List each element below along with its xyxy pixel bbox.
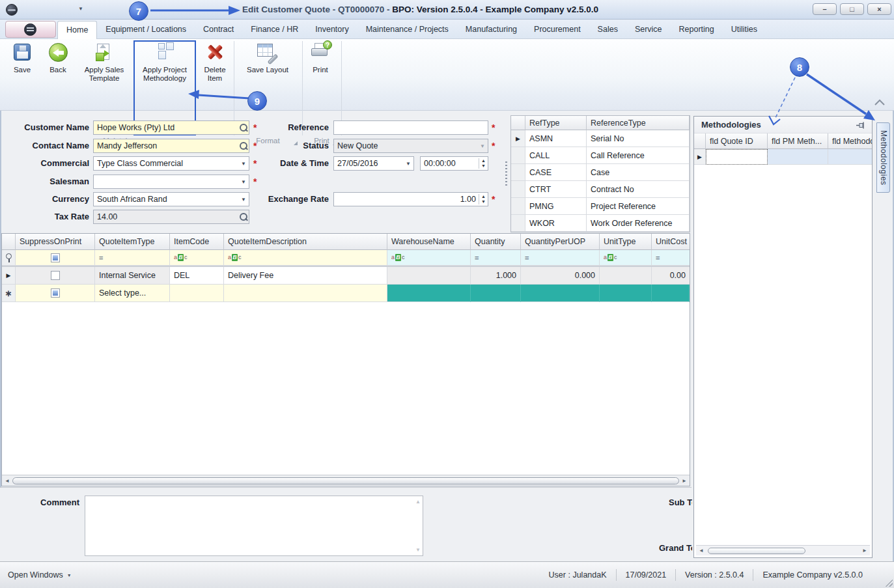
print-button[interactable]: ? Print bbox=[303, 42, 337, 74]
filter-unittype-cell[interactable]: aBc bbox=[600, 250, 652, 266]
search-icon[interactable] bbox=[238, 122, 249, 133]
contact-name-field[interactable]: Mandy Jefferson bbox=[93, 139, 249, 153]
close-button[interactable]: × bbox=[867, 3, 891, 15]
tab-service[interactable]: Service bbox=[626, 21, 671, 39]
tab-manufacturing[interactable]: Manufacturing bbox=[457, 21, 525, 39]
table-row[interactable]: CTRT Contract No bbox=[511, 181, 690, 198]
checkbox-filled[interactable] bbox=[51, 288, 60, 298]
methodologies-panel-header[interactable]: Methodologies bbox=[694, 117, 872, 133]
checkbox-empty[interactable] bbox=[51, 271, 60, 280]
col-header-quantity[interactable]: Quantity bbox=[471, 234, 521, 250]
filter-code-cell[interactable]: aBc bbox=[170, 250, 224, 266]
tab-utilities[interactable]: Utilities bbox=[723, 21, 766, 39]
ref-cell[interactable]: Work Order Reference bbox=[587, 215, 690, 232]
col-header-quantityperuop[interactable]: QuantityPerUOP bbox=[521, 234, 600, 250]
col-header-itemcode[interactable]: ItemCode bbox=[170, 234, 224, 250]
chevron-down-icon[interactable]: ▼ bbox=[238, 161, 249, 167]
item-desc-cell[interactable]: Delivery Fee bbox=[224, 267, 387, 285]
ref-cell[interactable]: WKOR bbox=[525, 215, 587, 232]
scroll-right-icon[interactable]: ► bbox=[859, 548, 870, 553]
meth-cell[interactable] bbox=[768, 149, 828, 165]
spin-down-icon[interactable]: ▼ bbox=[481, 163, 486, 169]
col-header-quoteitemtype[interactable]: QuoteItemType bbox=[95, 234, 170, 250]
filter-type-cell[interactable]: = bbox=[95, 250, 170, 266]
hscroll-thumb[interactable] bbox=[12, 477, 679, 484]
col-header-unitcost[interactable]: UnitCost bbox=[652, 234, 690, 250]
new-unitcost-cell[interactable] bbox=[652, 285, 690, 302]
time-spinner[interactable]: 00:00:00 ▲ ▼ bbox=[420, 156, 488, 171]
table-row[interactable]: CALL Call Reference bbox=[511, 147, 690, 164]
tab-contract[interactable]: Contract bbox=[195, 21, 242, 39]
meth-col-pm-meth[interactable]: fld PM Meth... bbox=[768, 133, 828, 149]
customer-name-field[interactable]: Hope Works (Pty) Ltd bbox=[93, 120, 249, 135]
scroll-up-icon[interactable]: ▲ bbox=[415, 499, 421, 505]
new-warehouse-cell[interactable] bbox=[387, 285, 471, 302]
time-spin-buttons[interactable]: ▲ ▼ bbox=[479, 158, 488, 169]
spin-up-icon[interactable]: ▲ bbox=[481, 194, 486, 199]
exchange-spin-buttons[interactable]: ▲ ▼ bbox=[479, 194, 488, 204]
new-item-row[interactable]: ∗ Select type... bbox=[2, 285, 690, 302]
apply-sales-template-button[interactable]: Apply Sales Template bbox=[77, 42, 132, 83]
splitter-handle[interactable] bbox=[505, 161, 507, 186]
ref-cell[interactable]: CALL bbox=[525, 147, 587, 164]
scroll-left-icon[interactable]: ◄ bbox=[2, 478, 12, 484]
meth-col-quote-id[interactable]: fld Quote ID bbox=[706, 133, 768, 149]
suppress-cell[interactable] bbox=[16, 267, 95, 285]
scroll-right-icon[interactable]: ► bbox=[679, 478, 690, 484]
col-header-suppressonprint[interactable]: SuppressOnPrint bbox=[16, 234, 95, 250]
tab-equipment-locations[interactable]: Equipment / Locations bbox=[97, 21, 195, 39]
item-code-cell[interactable]: DEL bbox=[170, 267, 224, 285]
search-icon[interactable] bbox=[238, 141, 249, 151]
filter-warehouse-cell[interactable]: aBc bbox=[387, 250, 471, 266]
tab-procurement[interactable]: Procurement bbox=[525, 21, 589, 39]
new-qtyperuop-cell[interactable] bbox=[521, 285, 600, 302]
filter-unitcost-cell[interactable]: = bbox=[652, 250, 690, 266]
spin-down-icon[interactable]: ▼ bbox=[481, 199, 486, 204]
meth-cell-focused[interactable] bbox=[706, 149, 768, 165]
date-picker[interactable]: 27/05/2016 ▼ bbox=[333, 156, 414, 171]
qty-cell[interactable]: 1.000 bbox=[471, 267, 521, 285]
col-header-warehousename[interactable]: WarehouseName bbox=[387, 234, 471, 250]
search-icon[interactable] bbox=[238, 212, 249, 222]
unittype-cell[interactable] bbox=[600, 267, 652, 285]
currency-select[interactable]: South African Rand ▼ bbox=[93, 192, 249, 206]
scroll-left-icon[interactable]: ◄ bbox=[696, 548, 706, 553]
save-layout-button[interactable]: Save Layout bbox=[240, 42, 296, 74]
delete-item-button[interactable]: Delete Item bbox=[198, 42, 232, 83]
tab-finance-hr[interactable]: Finance / HR bbox=[242, 21, 307, 39]
checkbox-filled[interactable] bbox=[51, 253, 60, 262]
new-qty-cell[interactable] bbox=[471, 285, 521, 302]
meth-cell[interactable] bbox=[828, 149, 872, 165]
ref-grid-col-reftype[interactable]: RefType bbox=[525, 116, 587, 130]
new-unittype-cell[interactable] bbox=[600, 285, 652, 302]
application-menu-button[interactable] bbox=[5, 21, 56, 38]
chevron-down-icon[interactable]: ▼ bbox=[403, 161, 413, 167]
filter-desc-cell[interactable]: aBc bbox=[224, 250, 387, 266]
ref-cell[interactable]: CTRT bbox=[525, 181, 587, 198]
filter-qtyperuop-cell[interactable]: = bbox=[521, 250, 600, 266]
pin-icon[interactable] bbox=[856, 120, 865, 130]
filter-suppress-cell[interactable] bbox=[16, 250, 95, 266]
table-row[interactable]: ▶ Internal Service DEL Delivery Fee 1.00… bbox=[2, 267, 690, 285]
new-suppress-cell[interactable] bbox=[16, 285, 95, 302]
exchange-rate-spinner[interactable]: 1.00 ▲ ▼ bbox=[333, 192, 488, 206]
table-row[interactable]: WKOR Work Order Reference bbox=[511, 215, 690, 232]
tab-maintenance-projects[interactable]: Maintenance / Projects bbox=[357, 21, 457, 39]
ref-grid-col-referencetype[interactable]: ReferenceType bbox=[587, 116, 690, 130]
items-grid-hscrollbar[interactable]: ◄ ► bbox=[2, 475, 690, 486]
ref-cell[interactable]: CASE bbox=[525, 164, 587, 181]
ref-cell[interactable]: Contract No bbox=[587, 181, 690, 198]
ref-cell[interactable]: ASMN bbox=[525, 130, 587, 147]
methodologies-dock-tab[interactable]: Methodologies bbox=[876, 122, 890, 193]
table-row[interactable]: ▶ ASMN Serial No bbox=[511, 130, 690, 147]
methodologies-hscrollbar[interactable]: ◄ ► bbox=[696, 545, 870, 555]
hscroll-thumb[interactable] bbox=[708, 548, 805, 554]
salesman-select[interactable]: ▼ bbox=[93, 175, 249, 189]
filter-qty-cell[interactable]: = bbox=[471, 250, 521, 266]
tab-sales[interactable]: Sales bbox=[589, 21, 626, 39]
new-code-cell[interactable] bbox=[170, 285, 224, 302]
commercial-select[interactable]: Type Class Commercial ▼ bbox=[93, 156, 249, 171]
save-button[interactable]: Save bbox=[7, 42, 38, 74]
ref-cell[interactable]: Call Reference bbox=[587, 147, 690, 164]
new-type-cell[interactable]: Select type... bbox=[95, 285, 170, 302]
